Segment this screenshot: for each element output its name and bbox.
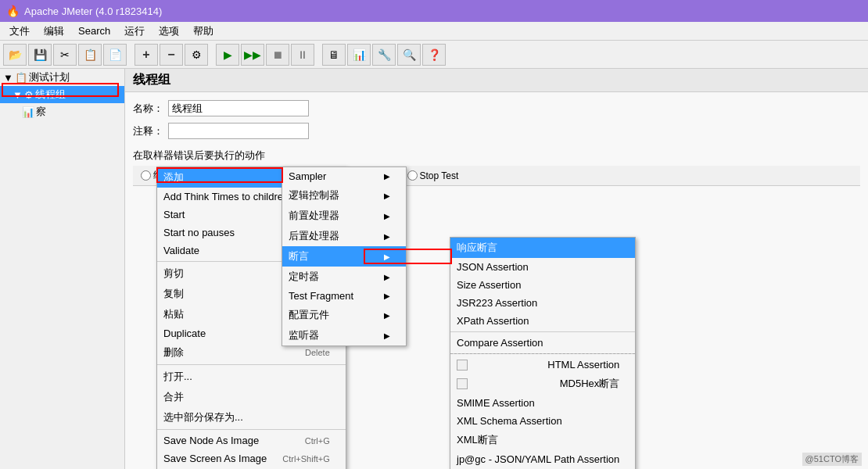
- ctx-logic-ctrl[interactable]: 逻辑控制器▶: [282, 185, 406, 206]
- toolbar: 📂 💾 ✂ 📋 📄 + − ⚙ ▶ ▶▶ ⏹ ⏸ 🖥 📊 🔧 🔍 ❓: [0, 41, 868, 69]
- ctx-timer[interactable]: 定时器▶: [282, 267, 406, 287]
- ctx-pre-processor[interactable]: 前置处理器▶: [282, 206, 406, 226]
- on-error-label: 在取样器错误后要执行的动作: [133, 145, 860, 166]
- ctx-save-node-image[interactable]: Save Node As ImageCtrl+G: [157, 431, 346, 449]
- context-menu-add: Sampler▶ 逻辑控制器▶ 前置处理器▶ 后置处理器▶ 断言▶ 定时器▶ T…: [282, 166, 407, 346]
- right-panel: 线程组 名称： 注释： 在取样器错误后要执行的动作 继续 Start Next …: [125, 69, 868, 469]
- toolbar-remote[interactable]: 🖥: [322, 44, 346, 66]
- ctx-assertion[interactable]: 断言▶: [282, 246, 406, 267]
- name-label: 名称：: [133, 102, 163, 116]
- ctx-size-assertion[interactable]: Size Assertion: [450, 276, 635, 294]
- tree-item-testplan[interactable]: ▼📋测试计划: [0, 69, 124, 86]
- menu-options[interactable]: 选项: [152, 23, 185, 40]
- title-icon: 🔥: [6, 5, 20, 17]
- toolbar-play-nopause[interactable]: ▶▶: [241, 44, 264, 66]
- ctx-open[interactable]: 打开...: [157, 367, 346, 387]
- comment-input[interactable]: [168, 123, 309, 139]
- toolbar-template[interactable]: 📊: [347, 44, 371, 66]
- ctx-save-screen-image[interactable]: Save Screen As ImageCtrl+Shift+G: [157, 449, 346, 467]
- toolbar-open[interactable]: 📂: [3, 44, 27, 66]
- main-layout: ▼📋测试计划 ▼⚙线程组 📊察 线程组 名称： 注释：: [0, 69, 868, 469]
- ctx-xpath-assertion[interactable]: XPath Assertion: [450, 312, 635, 330]
- panel-title: 线程组: [125, 69, 868, 92]
- ctx-test-fragment[interactable]: Test Fragment▶: [282, 287, 406, 305]
- ctx-html-assertion[interactable]: HTML Assertion: [450, 356, 635, 374]
- toolbar-save[interactable]: 💾: [28, 44, 52, 66]
- menu-run[interactable]: 运行: [118, 23, 151, 40]
- toolbar-help[interactable]: ❓: [422, 44, 446, 66]
- toolbar-settings[interactable]: ⚙: [185, 44, 208, 66]
- ctx-save-partial[interactable]: 选中部分保存为...: [157, 407, 346, 428]
- ctx-listener[interactable]: 监听器▶: [282, 325, 406, 345]
- ctx-merge[interactable]: 合并: [157, 387, 346, 407]
- toolbar-stop2[interactable]: ⏸: [291, 44, 314, 66]
- ctx-post-processor[interactable]: 后置处理器▶: [282, 226, 406, 246]
- menu-search[interactable]: Search: [72, 23, 117, 38]
- toolbar-cut[interactable]: ✂: [53, 44, 77, 66]
- ctx-sep-a1: [450, 331, 635, 332]
- comment-label: 注释：: [133, 124, 163, 138]
- ctx-smime-assertion[interactable]: SMIME Assertion: [450, 394, 635, 412]
- toolbar-add[interactable]: +: [135, 44, 158, 66]
- ctx-compare-assertion[interactable]: Compare Assertion: [450, 334, 635, 352]
- tree-item-monitor[interactable]: 📊察: [0, 103, 124, 120]
- context-menu-assertion: 响应断言 JSON Assertion Size Assertion JSR22…: [450, 237, 636, 469]
- tree-item-threadgroup[interactable]: ▼⚙线程组: [0, 86, 124, 103]
- toolbar-function[interactable]: 🔧: [372, 44, 396, 66]
- ctx-sep3: [157, 429, 346, 430]
- menu-edit[interactable]: 编辑: [38, 23, 70, 40]
- watermark: @51CTO博客: [802, 453, 862, 466]
- toolbar-remove[interactable]: −: [160, 44, 183, 66]
- name-row: 名称：: [133, 100, 860, 116]
- menu-bar: 文件 编辑 Search 运行 选项 帮助: [0, 22, 868, 41]
- name-input[interactable]: [168, 100, 309, 116]
- ctx-response-assertion[interactable]: 响应断言: [450, 238, 635, 258]
- app-title: Apache JMeter (4.0 r1823414): [24, 5, 162, 17]
- radio-stop-test2[interactable]: Stop Test: [407, 170, 459, 181]
- ctx-jpgc-assertion[interactable]: jp@gc - JSON/YAML Path Assertion: [450, 450, 635, 468]
- toolbar-stop[interactable]: ⏹: [266, 44, 289, 66]
- toolbar-copy[interactable]: 📋: [78, 44, 102, 66]
- toolbar-play[interactable]: ▶: [216, 44, 239, 66]
- ctx-config-element[interactable]: 配置元件▶: [282, 305, 406, 325]
- ctx-md5hex-assertion[interactable]: MD5Hex断言: [450, 374, 635, 394]
- title-bar: 🔥 Apache JMeter (4.0 r1823414): [0, 0, 868, 22]
- ctx-sampler[interactable]: Sampler▶: [282, 167, 406, 185]
- toolbar-search[interactable]: 🔍: [397, 44, 421, 66]
- menu-help[interactable]: 帮助: [187, 23, 220, 40]
- ctx-xml-assertion[interactable]: XML断言: [450, 430, 635, 450]
- ctx-sep2: [157, 364, 346, 365]
- ctx-xml-schema-assertion[interactable]: XML Schema Assertion: [450, 412, 635, 430]
- comment-row: 注释：: [133, 123, 860, 139]
- ctx-jsr223-assertion[interactable]: JSR223 Assertion: [450, 294, 635, 312]
- toolbar-paste[interactable]: 📄: [103, 44, 127, 66]
- menu-file[interactable]: 文件: [3, 23, 36, 40]
- ctx-json-assertion[interactable]: JSON Assertion: [450, 258, 635, 276]
- ctx-sep-a2: [450, 353, 635, 354]
- left-panel: ▼📋测试计划 ▼⚙线程组 📊察: [0, 69, 125, 469]
